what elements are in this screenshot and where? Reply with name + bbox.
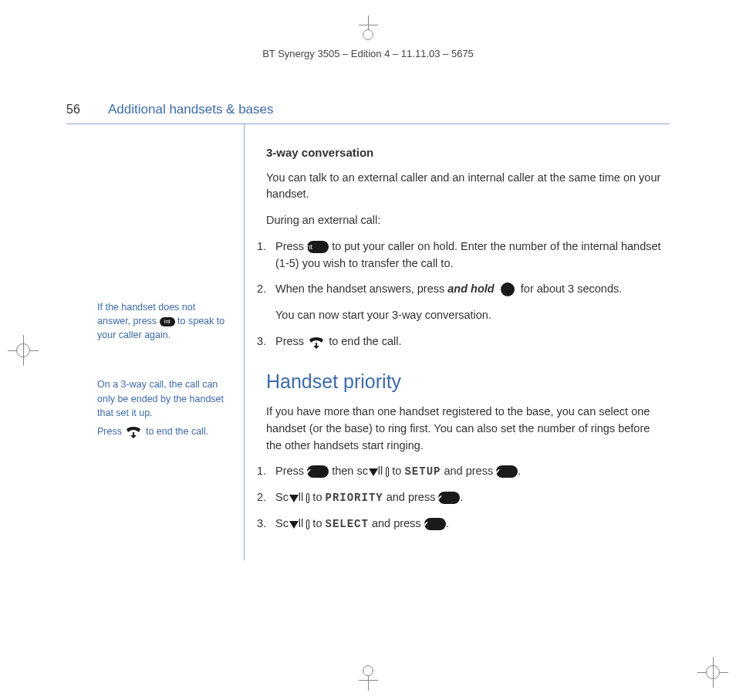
- text: Press: [275, 240, 307, 252]
- sidebar-note-3: Press to end the call.: [97, 424, 230, 439]
- int-button-icon: Int: [160, 317, 175, 326]
- priority-step-3: Scroll to SELECT and press ✔.: [257, 516, 667, 533]
- text: for about 3 seconds.: [518, 282, 622, 295]
- text: Press: [275, 465, 307, 477]
- text: When the handset answers, press: [275, 282, 447, 295]
- crop-circle-top: [363, 29, 373, 40]
- text: Press: [275, 335, 307, 347]
- text: to put your caller on hold. Enter the nu…: [275, 240, 661, 269]
- paragraph: You can now start your 3-way conversatio…: [275, 307, 667, 324]
- text: .: [446, 517, 449, 529]
- step-2: When the handset answers, press and hold…: [257, 281, 667, 324]
- int-button-icon: Int: [307, 241, 329, 253]
- crop-circle-bottom: [363, 665, 373, 676]
- step-3: Press to end the call.: [257, 333, 667, 350]
- menu-option: PRIORITY: [325, 492, 383, 504]
- sidebar-note-1: If the handset does not answer, press In…: [97, 300, 230, 342]
- text: to: [309, 517, 325, 529]
- text: to end the call.: [143, 426, 208, 437]
- hash-button-icon: ✱: [501, 282, 515, 296]
- text: to: [309, 491, 325, 503]
- text: to end the call.: [326, 335, 401, 347]
- sidebar-notes: If the handset does not answer, press In…: [66, 124, 244, 560]
- paragraph: You can talk to an external caller and a…: [266, 170, 667, 204]
- sidebar-note-2: On a 3-way call, the call can only be en…: [97, 377, 230, 419]
- paragraph: If you have more than one handset regist…: [266, 404, 667, 454]
- text: Press: [97, 426, 124, 437]
- ok-button-icon: ✔: [307, 465, 329, 478]
- steps-3way: Press Int to put your caller on hold. En…: [257, 238, 667, 350]
- text: .: [518, 465, 521, 477]
- text: and press: [383, 491, 439, 503]
- heading-3way: 3-way conversation: [266, 144, 667, 162]
- page-number: 56: [66, 103, 108, 117]
- end-call-icon: [307, 335, 326, 349]
- heading-handset-priority: Handset priority: [266, 367, 667, 397]
- text: to: [389, 465, 404, 477]
- main-content: 3-way conversation You can talk to an ex…: [244, 124, 670, 560]
- ok-button-icon: ✔: [438, 492, 460, 504]
- priority-step-1: Press ✔ then scroll to SETUP and press ✔…: [257, 463, 667, 480]
- paragraph: During an external call:: [266, 212, 667, 229]
- steps-priority: Press ✔ then scroll to SETUP and press ✔…: [257, 463, 667, 533]
- text: .: [460, 491, 463, 503]
- text: and press: [441, 465, 496, 477]
- registration-mark-left: [8, 335, 39, 366]
- text: and press: [369, 517, 424, 529]
- menu-option: SELECT: [325, 518, 368, 530]
- registration-mark-right: [697, 657, 728, 688]
- ok-button-icon: ✔: [424, 518, 446, 530]
- emphasis: and hold: [447, 282, 494, 295]
- step-1: Press Int to put your caller on hold. En…: [257, 238, 667, 272]
- end-call-icon: [124, 424, 143, 438]
- menu-option: SETUP: [404, 465, 441, 478]
- section-title: Additional handsets & bases: [108, 102, 274, 117]
- priority-step-2: Scroll to PRIORITY and press ✔.: [257, 489, 667, 506]
- running-header: 56 Additional handsets & bases: [66, 102, 670, 124]
- ok-button-icon: ✔: [496, 465, 518, 478]
